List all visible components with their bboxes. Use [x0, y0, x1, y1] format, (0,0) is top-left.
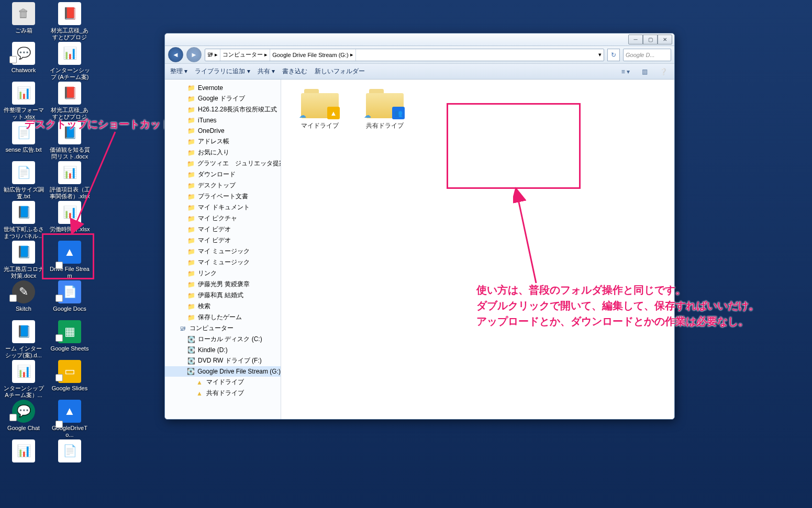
desktop-icon-gdrive-tool[interactable]: ▲GoogleDriveTo...: [48, 400, 91, 438]
desktop-icon-chatwork[interactable]: 💬Chatwork: [2, 42, 45, 74]
tree-node-drive[interactable]: 💽Kindle (D:): [165, 345, 281, 355]
folder-label: 共有ドライブ: [359, 121, 411, 130]
tree-node[interactable]: ▲共有ドライブ: [165, 388, 281, 399]
folder-icon: ▲: [195, 389, 204, 398]
nav-back-button[interactable]: ◄: [168, 47, 183, 62]
tree-node[interactable]: 📁マイ ビデオ: [165, 235, 281, 246]
xlsx-icon: 📊: [58, 201, 81, 224]
maximize-button[interactable]: ▢: [643, 35, 658, 44]
desktop-icon-docx[interactable]: 📘光工務店コロナ対策.docx: [2, 241, 45, 279]
desktop-icon-google-docs[interactable]: 📄Google Docs: [48, 280, 91, 312]
nav-tree[interactable]: 📁Evernote📁Google ドライブ📁H26.12.28長浜市役所竣工式📁…: [165, 80, 281, 420]
tree-node[interactable]: 📁マイ ビデオ: [165, 224, 281, 235]
tree-node[interactable]: 📁Google ドライブ: [165, 93, 281, 104]
folder-icon: 📁: [187, 182, 195, 190]
desktop-icon-xlsx[interactable]: 📊ンターンシップAチーム案）...: [2, 360, 45, 399]
folder-icon: ▲☁: [301, 89, 339, 118]
desktop-icon-skitch[interactable]: ✎Skitch: [2, 280, 45, 312]
close-button[interactable]: ✕: [658, 35, 672, 44]
desktop-icon-docx[interactable]: 📘ーム インターシップ(案).d...: [2, 320, 45, 359]
tree-node[interactable]: 📁マイ ピクチャ: [165, 213, 281, 224]
content-pane[interactable]: ▲☁マイドライブ👥☁共有ドライブ: [281, 80, 674, 420]
view-options-button[interactable]: ≡ ▾: [620, 67, 631, 76]
tree-label: DVD RW ドライブ (F:): [198, 356, 262, 365]
tree-node[interactable]: 📁iTunes: [165, 115, 281, 126]
desktop-icon-google-sheets[interactable]: ▦Google Sheets: [48, 320, 91, 352]
folder-icon: 📁: [187, 160, 195, 168]
tree-node-computer[interactable]: 🖳コンピューター: [165, 323, 281, 334]
folder-item[interactable]: ▲☁マイドライブ: [294, 89, 346, 130]
toolbar-share[interactable]: 共有 ▾: [258, 67, 275, 76]
drive-icon: 💽: [187, 367, 195, 376]
tree-node[interactable]: 📁検索: [165, 301, 281, 312]
tree-node[interactable]: 📁プライベート文書: [165, 191, 281, 202]
desktop-icon-txt[interactable]: 📄勧広告サイズ調査.txt: [2, 161, 45, 200]
tree-label: iTunes: [198, 117, 217, 124]
breadcrumb-seg[interactable]: Google Drive File Stream (G:) ▸: [270, 49, 356, 61]
xlsx-icon: 📊: [58, 161, 81, 184]
tree-node[interactable]: 📁OneDrive: [165, 126, 281, 136]
tree-node[interactable]: 📁保存したゲーム: [165, 312, 281, 323]
preview-pane-button[interactable]: ▥: [639, 67, 650, 76]
tree-node[interactable]: 📁Evernote: [165, 83, 281, 93]
desktop-icon-google-slides[interactable]: ▭Google Slides: [48, 360, 91, 392]
tree-node[interactable]: 📁マイ ミュージック: [165, 257, 281, 268]
tree-label: プライベート文書: [198, 192, 248, 201]
drive-icon: 💽: [187, 357, 195, 365]
tree-node[interactable]: 📁マイ ミュージック: [165, 246, 281, 257]
tree-node[interactable]: 📁デスクトップ: [165, 180, 281, 191]
toolbar-organize[interactable]: 整理 ▾: [170, 67, 187, 76]
desktop-icon-pdf[interactable]: 📕材光工店様_あすとびプロジェ...: [48, 2, 91, 48]
tree-node-drive[interactable]: 💽ローカル ディスク (C:): [165, 334, 281, 345]
desktop-icon-xlsx[interactable]: 📊件整理フォーマット.xlsx: [2, 82, 45, 120]
tree-node[interactable]: 📁アドレス帳: [165, 136, 281, 147]
toolbar-burn[interactable]: 書き込む: [282, 67, 307, 76]
breadcrumb[interactable]: 🖳 ▸ コンピューター ▸ Google Drive File Stream (…: [205, 49, 604, 61]
tree-node[interactable]: ▲マイドライブ: [165, 377, 281, 388]
tree-node[interactable]: 📁伊藤光男 黄綬褒章: [165, 279, 281, 290]
app-icon: 💬: [12, 42, 35, 65]
minimize-button[interactable]: ─: [628, 35, 643, 44]
breadcrumb-computer-icon[interactable]: 🖳 ▸: [205, 49, 220, 61]
folder-icon: 📁: [187, 171, 195, 179]
folder-icon: 📁: [187, 258, 195, 267]
desktop-icon-xlsx[interactable]: 📊インターンシップ (Aチーム案) ...: [48, 42, 91, 88]
toolbar: 整理 ▾ ライブラリに追加 ▾ 共有 ▾ 書き込む 新しいフォルダー ≡ ▾ ▥…: [165, 64, 674, 80]
tree-label: Google Drive File Stream (G:): [197, 368, 281, 375]
desktop-icon-xlsx[interactable]: 📊労働時間計.xlsx: [48, 201, 91, 233]
tree-node[interactable]: 📁マイ ドキュメント: [165, 202, 281, 213]
tree-node[interactable]: 📁お気に入り: [165, 147, 281, 158]
tree-node-drive[interactable]: 💽DVD RW ドライブ (F:): [165, 355, 281, 366]
desktop-icon-google-chat[interactable]: 💬Google Chat: [2, 400, 45, 432]
desktop-icon-file[interactable]: 📄: [48, 439, 91, 465]
tree-label: H26.12.28長浜市役所竣工式: [198, 105, 277, 114]
icon-label: Chatwork: [2, 67, 45, 74]
tree-label: ダウンロード: [198, 170, 236, 179]
desktop-icon-drive-file-stream[interactable]: ▲Drive File Stream: [48, 241, 91, 279]
tree-node-drive[interactable]: 💽Google Drive File Stream (G:): [165, 366, 281, 377]
help-button[interactable]: ❔: [658, 67, 669, 76]
nav-forward-button[interactable]: ►: [186, 47, 202, 62]
breadcrumb-dropdown[interactable]: ▾: [596, 49, 604, 61]
window-titlebar[interactable]: ─ ▢ ✕: [165, 33, 674, 46]
desktop-icon-xlsx[interactable]: 📊: [2, 439, 45, 465]
refresh-button[interactable]: ↻: [607, 49, 620, 61]
search-input[interactable]: Google D...: [623, 49, 671, 61]
toolbar-library[interactable]: ライブラリに追加 ▾: [195, 67, 250, 76]
tree-node[interactable]: 📁伊藤和真 結婚式: [165, 290, 281, 301]
tree-node[interactable]: 📁リンク: [165, 268, 281, 279]
tree-label: 共有ドライブ: [206, 389, 244, 398]
desktop-icon-docx[interactable]: 📘世域下町ふるさまつりパネル...: [2, 201, 45, 240]
tree-node[interactable]: 📁グラツィエ ジュリエッタ提案: [165, 158, 281, 169]
tree-node[interactable]: 📁H26.12.28長浜市役所竣工式: [165, 104, 281, 115]
tree-node[interactable]: 📁ダウンロード: [165, 169, 281, 180]
desktop-icon-xlsx[interactable]: 📊評価項目表（工事関係者）.xlsx: [48, 161, 91, 200]
folder-item[interactable]: 👥☁共有ドライブ: [359, 89, 411, 130]
tree-label: Kindle (D:): [198, 346, 228, 354]
folder-icon: 📁: [187, 215, 195, 223]
breadcrumb-seg[interactable]: コンピューター ▸: [220, 49, 270, 61]
toolbar-new-folder[interactable]: 新しいフォルダー: [315, 67, 365, 76]
pdf-icon: 📕: [58, 82, 81, 105]
breadcrumb-label: コンピューター: [223, 51, 263, 59]
desktop-icon-trash[interactable]: 🗑ごみ箱: [2, 2, 45, 34]
